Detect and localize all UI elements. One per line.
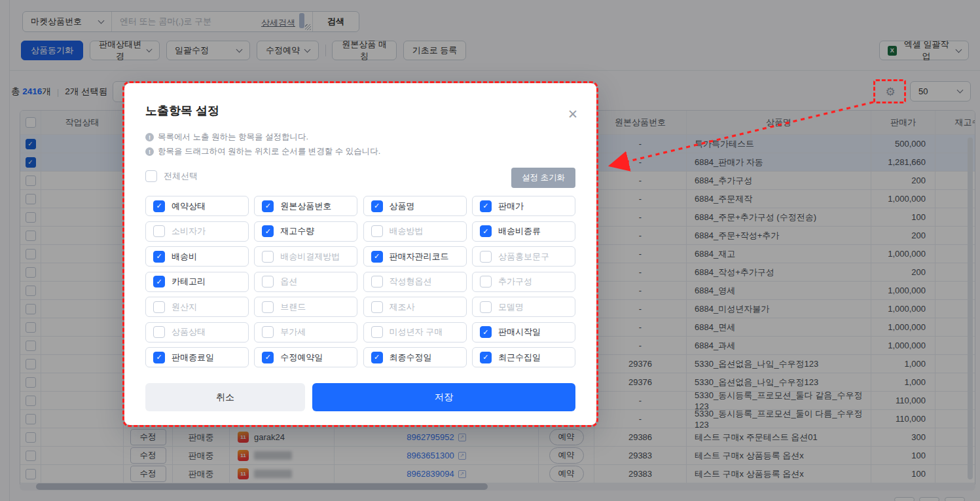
display-item-label: 수정예약일 <box>280 352 323 363</box>
checkbox-icon[interactable]: ✓ <box>153 352 165 363</box>
checkbox-icon[interactable] <box>371 326 383 338</box>
info-icon: ! <box>145 133 154 141</box>
display-item-option[interactable]: ✓판매가 <box>472 196 575 216</box>
display-item-option[interactable]: ✓재고수량 <box>254 221 357 242</box>
display-item-option[interactable]: ✓배송비종류 <box>472 221 575 242</box>
display-item-option[interactable]: 부가세 <box>254 322 357 343</box>
select-all-label: 전체선택 <box>164 170 198 182</box>
close-icon[interactable]: ✕ <box>568 107 578 122</box>
display-item-label: 카테고리 <box>172 276 206 288</box>
display-item-label: 원본상품번호 <box>280 200 331 212</box>
display-item-label: 최근수집일 <box>498 352 541 363</box>
display-item-option[interactable]: ✓수정예약일 <box>254 347 357 367</box>
checkbox-icon[interactable] <box>480 301 492 313</box>
display-item-option[interactable]: ✓상품명 <box>363 196 467 216</box>
modal-info-text: 목록에서 노출 원하는 항목을 설정합니다. <box>158 132 308 143</box>
display-item-label: 판매가 <box>498 200 524 212</box>
checkbox-icon[interactable]: ✓ <box>153 276 165 288</box>
select-all-checkbox[interactable]: 전체선택 <box>145 170 198 182</box>
checkbox-icon[interactable]: ✓ <box>371 352 383 363</box>
display-item-option[interactable]: ✓배송비 <box>145 246 249 267</box>
display-item-label: 재고수량 <box>280 225 314 237</box>
product-management-page: 마켓상품번호 엔터 또는 콤마(,)로 구분 상세검색 검색 상품동기화 판매상… <box>0 0 980 501</box>
checkbox-icon[interactable] <box>145 170 157 182</box>
display-item-option[interactable]: 상품상태 <box>145 322 249 343</box>
display-item-label: 배송방법 <box>390 225 424 237</box>
display-item-option[interactable]: 브랜드 <box>254 297 357 317</box>
display-item-label: 판매종료일 <box>172 352 214 363</box>
display-item-option[interactable]: 소비자가 <box>145 221 249 242</box>
display-item-label: 부가세 <box>280 326 306 338</box>
display-item-option[interactable]: ✓예약상태 <box>145 196 249 216</box>
checkbox-icon[interactable]: ✓ <box>153 251 165 263</box>
display-item-label: 옵션 <box>280 276 297 288</box>
display-item-label: 상품명 <box>390 200 415 212</box>
display-item-option[interactable]: 상품홍보문구 <box>472 246 575 267</box>
display-item-label: 미성년자 구매 <box>390 326 443 338</box>
display-item-label: 판매시작일 <box>498 326 541 338</box>
checkbox-icon[interactable]: ✓ <box>480 225 492 237</box>
display-item-option[interactable]: ✓최근수집일 <box>472 347 575 367</box>
display-item-label: 최종수정일 <box>390 352 432 363</box>
display-item-option[interactable]: ✓원본상품번호 <box>254 196 357 216</box>
checkbox-icon[interactable]: ✓ <box>262 225 274 237</box>
display-item-option[interactable]: ✓최종수정일 <box>363 347 467 367</box>
cancel-button[interactable]: 취소 <box>145 383 305 411</box>
display-item-option[interactable]: 옵션 <box>254 272 357 292</box>
checkbox-icon[interactable] <box>262 276 274 288</box>
display-item-option[interactable]: 배송방법 <box>363 221 467 242</box>
checkbox-icon[interactable] <box>262 326 274 338</box>
display-item-option[interactable]: 원산지 <box>145 297 249 317</box>
display-item-label: 추가구성 <box>498 276 532 288</box>
checkbox-icon[interactable] <box>480 276 492 288</box>
checkbox-icon[interactable]: ✓ <box>371 200 383 212</box>
display-items-grid: ✓예약상태✓원본상품번호✓상품명✓판매가소비자가✓재고수량배송방법✓배송비종류✓… <box>145 196 575 367</box>
display-items-settings-modal: 노출항목 설정 ✕ ! 목록에서 노출 원하는 항목을 설정합니다. ! 항목을… <box>124 83 596 425</box>
checkbox-icon[interactable]: ✓ <box>262 200 274 212</box>
checkbox-icon[interactable] <box>480 251 492 263</box>
info-icon: ! <box>145 147 154 156</box>
display-item-option[interactable]: 추가구성 <box>472 272 575 292</box>
checkbox-icon[interactable] <box>153 301 165 313</box>
checkbox-icon[interactable] <box>371 301 383 313</box>
checkbox-icon[interactable]: ✓ <box>371 251 383 263</box>
modal-info-line: ! 목록에서 노출 원하는 항목을 설정합니다. <box>145 132 308 143</box>
checkbox-icon[interactable]: ✓ <box>480 326 492 338</box>
display-item-option[interactable]: ✓판매종료일 <box>145 347 249 367</box>
display-item-label: 원산지 <box>172 301 197 313</box>
checkbox-icon[interactable] <box>153 326 165 338</box>
display-item-option[interactable]: ✓판매자관리코드 <box>363 246 467 267</box>
display-item-label: 상품홍보문구 <box>498 251 549 263</box>
display-item-option[interactable]: 제조사 <box>363 297 467 317</box>
checkbox-icon[interactable] <box>371 276 383 288</box>
display-item-option[interactable]: 작성형옵션 <box>363 272 467 292</box>
checkbox-icon[interactable]: ✓ <box>153 200 165 212</box>
checkbox-icon[interactable] <box>371 225 383 237</box>
reset-settings-button[interactable]: 설정 초기화 <box>511 168 575 188</box>
display-item-option[interactable]: 미성년자 구매 <box>363 322 467 343</box>
display-item-label: 브랜드 <box>280 301 306 313</box>
checkbox-icon[interactable]: ✓ <box>262 352 274 363</box>
checkbox-icon[interactable]: ✓ <box>480 352 492 363</box>
checkbox-icon[interactable] <box>262 301 274 313</box>
display-item-label: 소비자가 <box>172 225 206 237</box>
display-item-label: 배송비결제방법 <box>280 251 340 263</box>
display-item-label: 배송비 <box>172 251 197 263</box>
display-item-label: 제조사 <box>390 301 415 313</box>
display-item-label: 모델명 <box>498 301 524 313</box>
display-item-label: 배송비종류 <box>498 225 541 237</box>
display-item-label: 판매자관리코드 <box>390 251 449 263</box>
modal-info-line: ! 항목을 드래그하여 원하는 위치로 순서를 변경할 수 있습니다. <box>145 146 380 157</box>
display-item-option[interactable]: ✓판매시작일 <box>472 322 575 343</box>
display-item-label: 예약상태 <box>172 200 206 212</box>
display-item-label: 작성형옵션 <box>390 276 432 288</box>
display-item-option[interactable]: ✓카테고리 <box>145 272 249 292</box>
display-item-option[interactable]: 모델명 <box>472 297 575 317</box>
save-button[interactable]: 저장 <box>312 383 575 411</box>
modal-title: 노출항목 설정 <box>145 103 219 119</box>
checkbox-icon[interactable]: ✓ <box>480 200 492 212</box>
checkbox-icon[interactable] <box>153 225 165 237</box>
checkbox-icon[interactable] <box>262 251 274 263</box>
modal-info-text: 항목을 드래그하여 원하는 위치로 순서를 변경할 수 있습니다. <box>158 146 380 157</box>
display-item-option[interactable]: 배송비결제방법 <box>254 246 357 267</box>
